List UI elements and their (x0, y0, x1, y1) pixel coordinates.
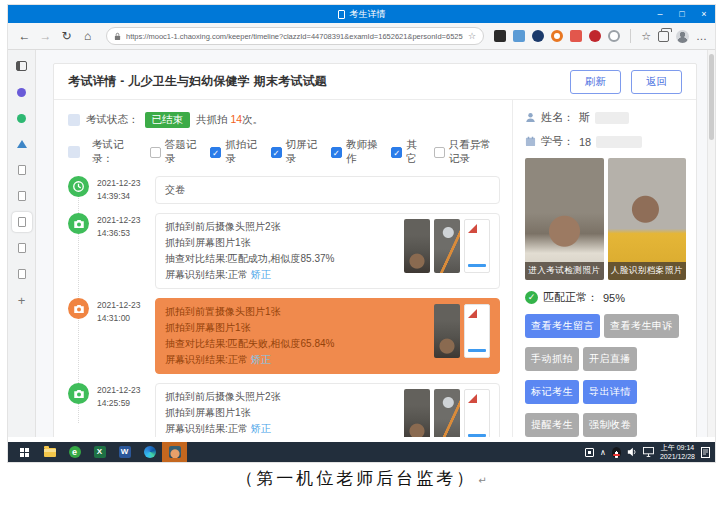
qq-icon[interactable] (612, 447, 621, 458)
screen-capture-thumbnail[interactable] (464, 304, 490, 358)
tab-panel-icon[interactable] (12, 56, 32, 76)
record-line: 屏幕识别结果:正常矫正 (165, 421, 281, 437)
extension-icon-3[interactable] (532, 30, 544, 42)
collections-icon[interactable] (658, 31, 669, 42)
entry-thumbnails (434, 304, 490, 368)
scrollbar-thumb[interactable] (709, 54, 714, 140)
back-icon[interactable]: ← (16, 29, 33, 43)
browser-e-icon[interactable]: e (62, 442, 87, 462)
extension-icon-7[interactable] (608, 30, 620, 42)
correct-link[interactable]: 矫正 (251, 354, 271, 365)
tab-item-3[interactable] (12, 238, 32, 258)
extension-icon-4[interactable] (551, 30, 563, 42)
new-tab-button[interactable]: + (12, 290, 32, 310)
rear-camera-photo-thumbnail[interactable] (434, 389, 460, 437)
ime-icon[interactable] (585, 448, 594, 457)
system-tray: ∧ 上午 09:14 2021/12/28 (585, 443, 715, 461)
action-button[interactable]: 查看考生申诉 (604, 314, 679, 338)
entry-lines: 抓拍到前后摄像头照片2张抓拍到屏幕图片1张屏幕识别结果:正常矫正 (165, 389, 281, 437)
rear-camera-photo-thumbnail[interactable] (434, 219, 460, 273)
action-button[interactable]: 强制收卷 (583, 413, 637, 437)
settings-more-icon[interactable]: … (696, 30, 707, 42)
checkbox-icon[interactable]: ✓ (391, 147, 402, 158)
action-center-icon[interactable] (701, 447, 710, 458)
timeline-entry[interactable]: 2021-12-23 14:39:34 交卷 (68, 176, 500, 204)
close-button[interactable]: × (693, 5, 715, 23)
tab-item-4[interactable] (12, 264, 32, 284)
tab-item-active[interactable] (12, 212, 32, 232)
back-button[interactable]: 返回 (631, 70, 682, 94)
camera-icon (68, 298, 89, 319)
edge-icon[interactable] (137, 442, 162, 462)
document-page: 考生详情 – □ × ← → ↻ ⌂ https://mooc1-1.chaox… (0, 0, 723, 511)
clock[interactable]: 上午 09:14 2021/12/28 (660, 443, 695, 461)
entry-date: 2021-12-23 (97, 215, 140, 225)
exam-app-icon-active[interactable] (162, 442, 187, 462)
tab-favicon-purple[interactable] (12, 82, 32, 102)
record-filter[interactable]: 答题记录 (150, 138, 198, 166)
address-bar[interactable]: https://mooc1-1.chaoxing.com/keeper/time… (106, 27, 484, 45)
excel-icon[interactable]: X (87, 442, 112, 462)
record-filter[interactable]: ✓ 教师操作 (331, 138, 379, 166)
timeline-entry[interactable]: 2021-12-23 14:31:00 抓拍到前置摄像头图片1张抓拍到屏幕图片1… (68, 298, 500, 374)
file-explorer-icon[interactable] (37, 442, 62, 462)
checkbox-icon[interactable]: ✓ (331, 147, 342, 158)
record-filter[interactable]: ✓ 切屏记录 (271, 138, 319, 166)
entry-check-photo[interactable]: 进入考试检测照片 (525, 158, 604, 280)
minimize-button[interactable]: – (649, 5, 671, 23)
extension-icon-6[interactable] (589, 30, 601, 42)
action-button[interactable]: 开启直播 (583, 347, 637, 371)
refresh-button[interactable]: 刷新 (570, 70, 621, 94)
vertical-scrollbar[interactable] (707, 50, 715, 437)
network-display-icon[interactable] (643, 447, 654, 457)
tab-item-2[interactable] (12, 186, 32, 206)
extension-icon-5[interactable] (570, 30, 582, 42)
correct-link[interactable]: 矫正 (251, 423, 271, 434)
correct-link[interactable]: 矫正 (251, 269, 271, 280)
profile-avatar[interactable] (676, 30, 689, 43)
checkbox-icon[interactable]: ✓ (210, 147, 221, 158)
action-button[interactable]: 导出详情 (583, 380, 637, 404)
checkbox-icon[interactable] (150, 147, 161, 158)
front-camera-photo-thumbnail[interactable] (404, 219, 430, 273)
action-button[interactable]: 标记考生 (525, 380, 579, 404)
favorites-icon[interactable]: ☆ (641, 30, 651, 43)
forward-icon[interactable]: → (37, 29, 54, 43)
screen-capture-thumbnail[interactable] (464, 389, 490, 437)
entry-time: 14:25:59 (97, 398, 130, 408)
action-button[interactable]: 提醒考生 (525, 413, 579, 437)
tab-item-1[interactable] (12, 160, 32, 180)
submit-clock-icon (68, 176, 89, 197)
tab-favicon-blue[interactable] (12, 134, 32, 154)
word-icon[interactable]: W (112, 442, 137, 462)
face-archive-photo[interactable]: 人脸识别档案照片 (608, 158, 687, 280)
action-button[interactable]: 查看考生留言 (525, 314, 600, 338)
tray-chevron-icon[interactable]: ∧ (600, 448, 606, 457)
action-button[interactable]: 手动抓拍 (525, 347, 579, 371)
record-line: 抓拍到前后摄像头照片2张 (165, 389, 281, 405)
entry-check-photo-caption: 进入考试检测照片 (525, 262, 604, 280)
extension-icon-2[interactable] (513, 30, 525, 42)
page-viewport: 考试详情 - 儿少卫生与妇幼保健学 期末考试试题 刷新 返回 考试状态： 已结束… (36, 50, 707, 437)
timeline-entry[interactable]: 2021-12-23 14:25:59 抓拍到前后摄像头照片2张抓拍到屏幕图片1… (68, 383, 500, 437)
maximize-button[interactable]: □ (671, 5, 693, 23)
volume-icon[interactable] (627, 447, 637, 457)
home-icon[interactable]: ⌂ (79, 29, 96, 43)
checkbox-icon[interactable]: ✓ (271, 147, 282, 158)
start-button[interactable] (12, 442, 37, 462)
record-filter[interactable]: ✓ 抓拍记录 (210, 138, 258, 166)
record-filter[interactable]: ✓ 其它 (391, 138, 422, 166)
timeline-entry[interactable]: 2021-12-23 14:36:53 抓拍到前后摄像头照片2张抓拍到屏幕图片1… (68, 213, 500, 289)
front-camera-photo-thumbnail[interactable] (404, 389, 430, 437)
favorite-star-icon[interactable]: ☆ (468, 31, 476, 41)
front-camera-photo-thumbnail[interactable] (434, 304, 460, 358)
record-filter[interactable]: 只看异常记录 (434, 138, 500, 166)
extension-icon-1[interactable] (494, 30, 506, 42)
checkbox-icon[interactable] (434, 147, 445, 158)
record-line: 交卷 (165, 182, 185, 198)
entry-detail-box: 抓拍到前置摄像头图片1张抓拍到屏幕图片1张抽查对比结果:匹配失败,相似度65.8… (155, 298, 500, 374)
browser-toolbar: ← → ↻ ⌂ https://mooc1-1.chaoxing.com/kee… (8, 23, 715, 50)
tab-favicon-green[interactable] (12, 108, 32, 128)
screen-capture-thumbnail[interactable] (464, 219, 490, 273)
refresh-icon[interactable]: ↻ (58, 29, 75, 43)
